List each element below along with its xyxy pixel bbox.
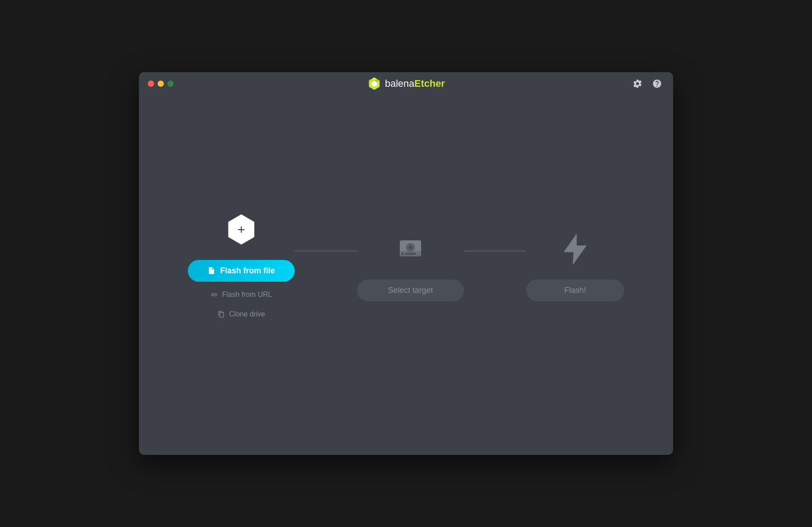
flash-lightning-icon [563, 233, 587, 265]
help-button[interactable] [650, 77, 664, 91]
link-icon [211, 291, 218, 298]
app-window: balenaEtcher + [139, 72, 673, 455]
titlebar-actions [630, 77, 664, 91]
select-target-button[interactable]: Select target [357, 280, 464, 301]
balena-logo-icon [367, 77, 382, 91]
flash-from-file-button[interactable]: Flash from file [188, 260, 295, 282]
svg-point-9 [409, 246, 412, 249]
clone-icon [218, 311, 225, 318]
step-1-icon-area: + [226, 212, 256, 247]
svg-rect-12 [401, 255, 420, 255]
titlebar-logo: balenaEtcher [367, 77, 445, 91]
add-hexagon-icon: + [226, 215, 256, 245]
step-1: + Flash from file Flash from URL [188, 212, 295, 321]
logo-text-bold: Etcher [414, 78, 445, 89]
svg-marker-13 [564, 234, 586, 264]
step-2: Select target [357, 231, 464, 301]
step-3: Flash! [526, 231, 624, 301]
step-3-icon-area [563, 231, 587, 267]
step-1-buttons: Flash from file Flash from URL Clone dri… [188, 260, 295, 321]
svg-point-10 [402, 252, 404, 255]
logo-text-regular: balena [385, 78, 414, 89]
flash-button[interactable]: Flash! [526, 280, 624, 301]
minimize-button[interactable] [158, 81, 164, 87]
connector-1 [295, 251, 357, 251]
connector-2 [464, 251, 526, 251]
titlebar: balenaEtcher [139, 72, 673, 95]
flash-from-url-button[interactable]: Flash from URL [205, 288, 277, 301]
help-icon [652, 79, 662, 89]
steps-row: + Flash from file Flash from URL [206, 212, 606, 321]
drive-icon [396, 235, 425, 264]
main-content: + Flash from file Flash from URL [139, 95, 673, 455]
clone-drive-button[interactable]: Clone drive [212, 308, 271, 321]
svg-rect-11 [405, 253, 416, 255]
step-2-icon-area [396, 231, 425, 267]
file-icon [207, 267, 215, 275]
maximize-button[interactable] [167, 81, 174, 87]
logo-text: balenaEtcher [385, 78, 445, 89]
close-button[interactable] [148, 81, 154, 87]
traffic-lights [148, 81, 174, 87]
gear-icon [633, 79, 642, 89]
settings-button[interactable] [630, 77, 645, 91]
